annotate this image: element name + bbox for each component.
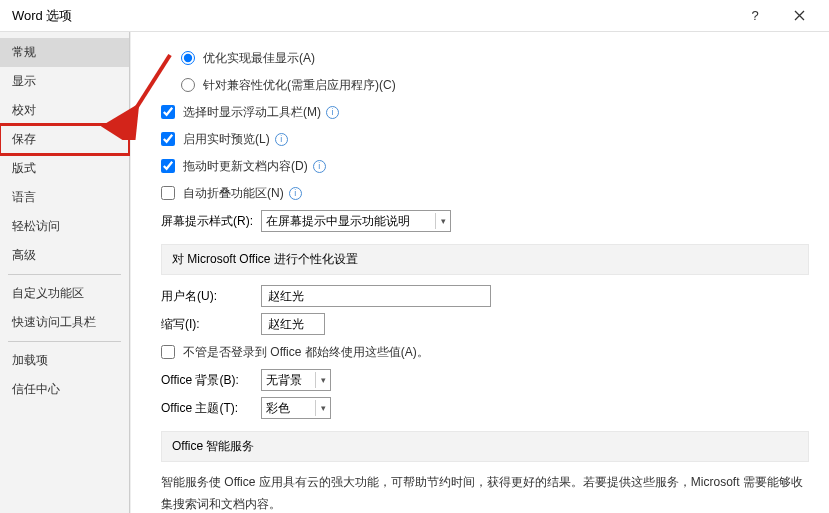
sidebar-separator bbox=[8, 341, 121, 342]
sidebar-item-quick-access[interactable]: 快速访问工具栏 bbox=[0, 308, 129, 337]
info-icon[interactable]: i bbox=[313, 160, 326, 173]
screentip-label: 屏幕提示样式(R): bbox=[161, 213, 261, 230]
radio-optimize-compat[interactable] bbox=[181, 78, 195, 92]
radio-label: 针对兼容性优化(需重启应用程序)(C) bbox=[203, 77, 396, 94]
initials-label: 缩写(I): bbox=[161, 316, 261, 333]
check-label: 不管是否登录到 Office 都始终使用这些值(A)。 bbox=[183, 344, 429, 361]
check-mini-toolbar[interactable] bbox=[161, 105, 175, 119]
initials-input[interactable] bbox=[261, 313, 325, 335]
sidebar-item-layout[interactable]: 版式 bbox=[0, 154, 129, 183]
info-icon[interactable]: i bbox=[289, 187, 302, 200]
sidebar: 常规 显示 校对 保存 版式 语言 轻松访问 高级 自定义功能区 快速访问工具栏… bbox=[0, 32, 130, 513]
content-panel: 优化实现最佳显示(A) 针对兼容性优化(需重启应用程序)(C) 选择时显示浮动工… bbox=[130, 32, 829, 513]
sidebar-item-ease[interactable]: 轻松访问 bbox=[0, 212, 129, 241]
check-label: 拖动时更新文档内容(D) bbox=[183, 158, 308, 175]
sidebar-item-trust[interactable]: 信任中心 bbox=[0, 375, 129, 404]
check-label: 启用实时预览(L) bbox=[183, 131, 270, 148]
section-intelligence: Office 智能服务 bbox=[161, 431, 809, 462]
check-live-preview[interactable] bbox=[161, 132, 175, 146]
sidebar-item-general[interactable]: 常规 bbox=[0, 38, 129, 67]
titlebar: Word 选项 ? bbox=[0, 0, 829, 32]
sidebar-item-advanced[interactable]: 高级 bbox=[0, 241, 129, 270]
sidebar-item-addins[interactable]: 加载项 bbox=[0, 346, 129, 375]
bg-select[interactable]: 无背景 ▾ bbox=[261, 369, 331, 391]
username-label: 用户名(U): bbox=[161, 288, 261, 305]
theme-label: Office 主题(T): bbox=[161, 400, 261, 417]
sidebar-item-display[interactable]: 显示 bbox=[0, 67, 129, 96]
sidebar-item-language[interactable]: 语言 bbox=[0, 183, 129, 212]
theme-select[interactable]: 彩色 ▾ bbox=[261, 397, 331, 419]
check-label: 选择时显示浮动工具栏(M) bbox=[183, 104, 321, 121]
check-always-use[interactable] bbox=[161, 345, 175, 359]
close-icon bbox=[794, 10, 805, 21]
info-icon[interactable]: i bbox=[326, 106, 339, 119]
radio-optimize-display[interactable] bbox=[181, 51, 195, 65]
screentip-select[interactable]: 在屏幕提示中显示功能说明 ▾ bbox=[261, 210, 451, 232]
section-personalize: 对 Microsoft Office 进行个性化设置 bbox=[161, 244, 809, 275]
sidebar-separator bbox=[8, 274, 121, 275]
intelligence-description: 智能服务使 Office 应用具有云的强大功能，可帮助节约时间，获得更好的结果。… bbox=[161, 472, 809, 513]
caret-icon: ▾ bbox=[435, 213, 446, 229]
bg-label: Office 背景(B): bbox=[161, 372, 261, 389]
help-button[interactable]: ? bbox=[733, 1, 777, 31]
close-button[interactable] bbox=[777, 1, 821, 31]
caret-icon: ▾ bbox=[315, 372, 326, 388]
check-label: 自动折叠功能区(N) bbox=[183, 185, 284, 202]
window-title: Word 选项 bbox=[8, 7, 733, 25]
sidebar-item-save[interactable]: 保存 bbox=[0, 125, 129, 154]
info-icon[interactable]: i bbox=[275, 133, 288, 146]
check-update-content[interactable] bbox=[161, 159, 175, 173]
sidebar-item-customize-ribbon[interactable]: 自定义功能区 bbox=[0, 279, 129, 308]
username-input[interactable] bbox=[261, 285, 491, 307]
sidebar-item-proofing[interactable]: 校对 bbox=[0, 96, 129, 125]
radio-label: 优化实现最佳显示(A) bbox=[203, 50, 315, 67]
caret-icon: ▾ bbox=[315, 400, 326, 416]
check-collapse-ribbon[interactable] bbox=[161, 186, 175, 200]
